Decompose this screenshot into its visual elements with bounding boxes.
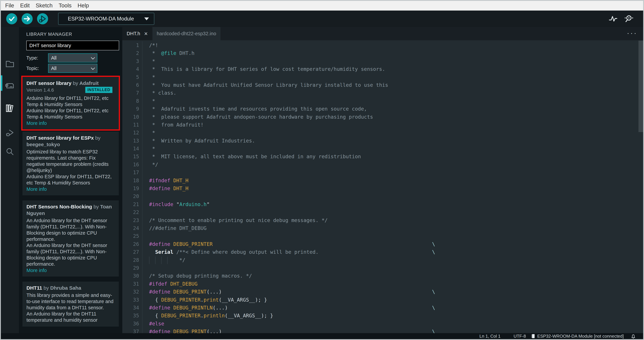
upload-button[interactable] [22,13,33,24]
code-line[interactable]: 6 * You must have Adafruit Unified Senso… [122,81,643,89]
line-continuation: \ [432,304,435,312]
code-line[interactable]: 30/* Setup debug printing macros. */ [122,272,643,280]
notifications-bell-icon[interactable] [631,333,636,339]
more-info-link[interactable]: More info [26,268,115,273]
board-selector[interactable]: ESP32-WROOM-DA Module [58,13,154,25]
menu-sketch[interactable]: Sketch [33,2,56,9]
type-filter-select[interactable]: All [48,53,97,62]
board-status[interactable]: ESP32-WROOM-DA Module [not connected] [537,334,624,339]
serial-plotter-button[interactable] [609,15,617,23]
code-token: ( [219,297,222,303]
topic-filter-select[interactable]: All [48,64,97,73]
code-token: Serial [155,249,173,255]
library-entry[interactable]: DHT11 by Dhruba SahaThis library provide… [22,282,119,326]
line-number: 17 [122,168,142,176]
code-line[interactable]: 23/* Uncomment to enable printing out ni… [122,216,643,224]
code-line[interactable]: 28 */ [122,256,643,264]
verify-button[interactable] [6,13,17,24]
sidebar-item-debug[interactable] [1,123,19,142]
description-paragraph: Optimized libray to match ESP32 requirem… [26,149,115,174]
code-line[interactable]: 31#ifdef DHT_DEBUG [122,280,643,288]
code-token: * [149,58,155,64]
code-token: __VA_ARGS__ [222,297,255,303]
by-label: by [73,80,78,86]
code-line[interactable]: 19#define DHT_H [122,185,643,192]
code-line[interactable]: 29 [122,264,643,272]
code-line[interactable]: 37#define DEBUG_PRINT(...)\ [122,327,643,333]
sidebar-item-search[interactable] [1,142,19,161]
editor-scrollbar[interactable] [638,41,643,333]
code-token: /* Setup debug printing macros. */ [149,273,252,279]
library-manager-panel: LIBRARY MANAGER Type:AllTopic:All DHT se… [19,27,122,333]
code-line[interactable]: 5 * [122,73,643,81]
menu-file[interactable]: File [2,2,17,9]
code-line[interactable]: 32#define DEBUG_PRINT(...)\ [122,288,643,296]
scrollbar-thumb[interactable] [638,41,643,132]
line-number: 35 [122,312,142,319]
code-line[interactable]: 14 * [122,145,643,152]
code-line[interactable]: 16 */ [122,160,643,168]
serial-monitor-button[interactable] [624,15,634,23]
library-entry[interactable]: DHT sensor library for ESPx by beegee_to… [22,132,119,195]
sidebar-item-sketchbook[interactable] [1,55,19,73]
library-entry[interactable]: DHT Sensors Non-Blocking by Toan NguyenA… [22,200,119,277]
code-line[interactable]: 35 { DEBUG_PRINTER.println(__VA_ARGS__);… [122,312,643,319]
debug-button[interactable] [37,13,48,24]
code-line[interactable]: 26#define DEBUG_PRINTER\ [122,240,643,248]
code-token: . [200,313,204,318]
sidebar-item-boards-manager[interactable] [1,77,19,95]
library-search-input[interactable] [26,41,119,50]
code-line[interactable]: 13 * Written by Adafruit Industries. [122,137,643,145]
line-number: 22 [122,208,142,216]
code-line[interactable]: 10 * please support Adafruit andopen-sou… [122,113,643,121]
code-line[interactable]: 17 [122,168,643,176]
code-line[interactable]: 12 * [122,129,643,137]
code-token: * [149,146,155,151]
code-token: * from Adafruit! [149,122,204,128]
sidebar-item-library-manager[interactable] [1,99,19,118]
description-paragraph: An Arduino library for the DHT sensor fa… [26,242,115,267]
code-line[interactable]: 24//#define DHT_DEBUG [122,224,643,232]
code-line[interactable]: 8 * [122,97,643,105]
code-line[interactable]: 25 [122,232,643,240]
code-line[interactable]: 1/*! [122,41,643,49]
line-number: 11 [122,121,142,129]
menu-tools[interactable]: Tools [56,2,74,9]
code-line[interactable]: 21#include "Arduino.h" [122,200,643,208]
code-line[interactable]: 33 { DEBUG_PRINTER.print(__VA_ARGS__); } [122,296,643,304]
check-icon [6,13,17,24]
tab-close-icon[interactable]: × [144,31,148,37]
indent-guide [167,257,173,264]
code-line[interactable]: 2 * @file DHT.h [122,49,643,57]
code-line[interactable]: 9 * Adafruit invests time and resources … [122,105,643,113]
menu-help[interactable]: Help [74,2,92,9]
tab-hardcoded-dht22-esp32-ino[interactable]: hardcoded-dht22-esp32.ino [152,27,221,40]
code-line[interactable]: 34#define DEBUG_PRINTLN(...)\ [122,304,643,312]
line-number: 12 [122,129,142,137]
library-entry-title: DHT sensor library for ESPx by beegee_to… [26,135,115,148]
menu-edit[interactable]: Edit [17,2,33,9]
code-line[interactable]: 36#else [122,320,643,327]
library-name: DHT Sensors Non-Blocking [26,204,92,210]
tab-overflow-menu-icon[interactable]: ··· [627,29,638,37]
code-line[interactable]: 4 * This is a library for DHT series of … [122,65,643,73]
tab-dht-h[interactable]: DHT.h × [122,27,152,40]
code-editor[interactable]: 1/*!2 * @file DHT.h3 *4 * This is a libr… [122,40,643,333]
library-entry[interactable]: DHT sensor library by AdafruitVersion 1.… [22,77,119,129]
chip-board-icon [5,81,15,91]
code-line[interactable]: 15 * MIT license, all text above must be… [122,152,643,160]
more-info-link[interactable]: More info [26,187,115,192]
code-line[interactable]: 20 [122,192,643,200]
code-line[interactable]: 18#ifndef DHT_H [122,177,643,185]
code-line[interactable]: 27 Serial /**< Define where debug output… [122,248,643,256]
more-info-link[interactable]: More info [26,120,115,126]
code-line[interactable]: 11 * from Adafruit! [122,121,643,129]
library-description: An Arduino library for the DHT sensor fa… [26,218,115,267]
code-line[interactable]: 7 * class. [122,89,643,97]
line-number: 20 [122,192,142,200]
code-token: /*! [149,42,158,48]
code-line[interactable]: 22 [122,208,643,216]
editor-tab-bar: DHT.h × hardcoded-dht22-esp32.ino ··· [122,27,643,40]
code-line[interactable]: 3 * [122,57,643,65]
cursor-position: Ln 1, Col 1 [480,334,500,339]
